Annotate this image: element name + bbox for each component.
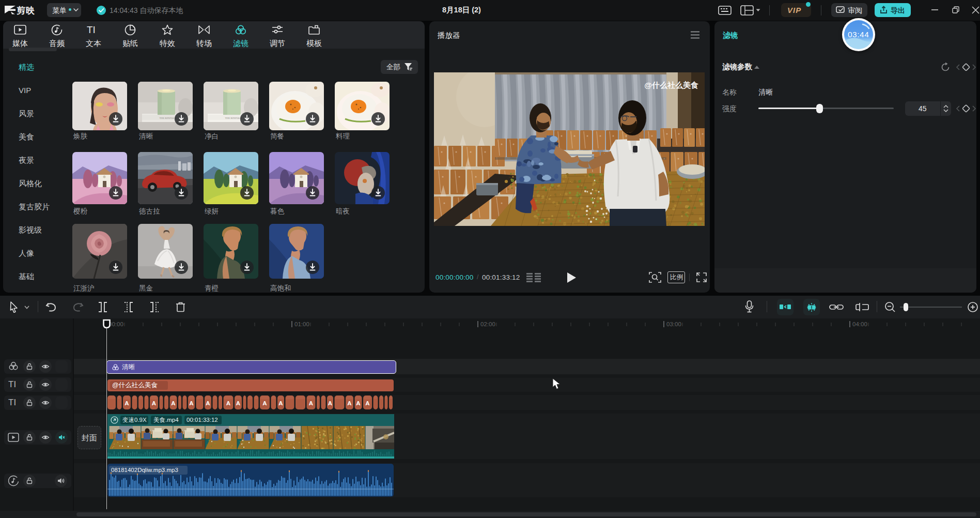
svg-text:A: A	[328, 400, 332, 406]
svg-text:A: A	[309, 400, 313, 406]
svg-text:A: A	[171, 400, 175, 406]
svg-text:A: A	[356, 400, 360, 406]
svg-text:A: A	[236, 400, 240, 406]
svg-text:A: A	[226, 400, 230, 406]
svg-text:A: A	[365, 400, 369, 406]
svg-text:A: A	[206, 400, 210, 406]
svg-text:A: A	[189, 400, 193, 406]
svg-text:A: A	[278, 400, 283, 406]
svg-text:A: A	[262, 400, 267, 406]
svg-text:A: A	[152, 400, 156, 406]
svg-text:A: A	[347, 400, 351, 406]
svg-text:A: A	[125, 400, 129, 406]
